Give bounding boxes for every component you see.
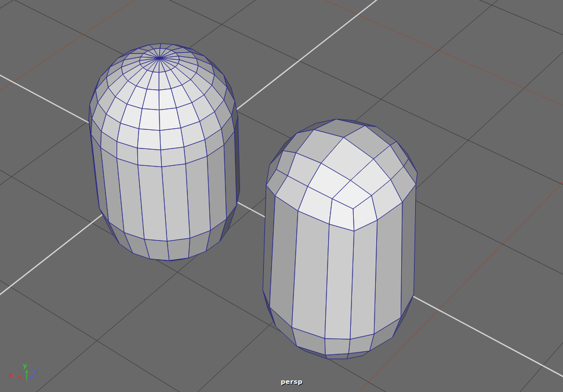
axis-arrowhead-y [26,370,28,373]
axis-label-x: x [9,372,13,379]
mesh-face[interactable] [374,202,402,334]
viewport-3d[interactable]: x y z persp [0,0,563,392]
mesh-face[interactable] [167,238,190,261]
mesh-face[interactable] [137,129,161,150]
scene-objects [89,43,417,359]
mesh-face[interactable] [325,224,354,340]
axis-gizmo: x y z [1,360,55,390]
mesh-face[interactable] [325,339,350,355]
mesh-face[interactable] [350,220,377,339]
axis-gizmo-arrows [18,370,33,381]
capsule-mesh-right[interactable] [263,119,417,359]
mesh-face[interactable] [292,211,329,339]
scene-canvas[interactable] [0,0,563,392]
axis-label-z: z [34,368,37,376]
mesh-face[interactable] [137,148,162,166]
mesh-face[interactable] [139,108,160,130]
mesh-face[interactable] [401,184,416,318]
capsule-mesh-left[interactable] [89,43,239,261]
grid-line [0,0,527,392]
mesh-face[interactable] [160,128,184,150]
axis-label-y: y [23,362,27,369]
mesh-face[interactable] [161,147,186,167]
camera-name-label: persp [281,378,303,386]
